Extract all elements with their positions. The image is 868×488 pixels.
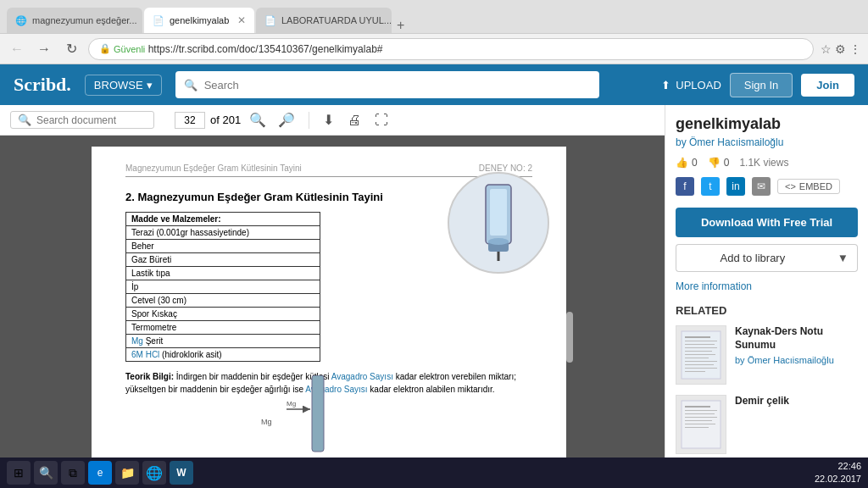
svg-text:Mg: Mg <box>287 400 296 408</box>
back-button[interactable]: ← <box>7 39 27 59</box>
twitter-share-button[interactable]: t <box>701 177 720 196</box>
related-info-2: Demir çelik <box>735 395 858 454</box>
sidebar-doc-author[interactable]: by Ömer Hacıismailoğlu <box>676 136 858 148</box>
related-section-title: RELATED <box>676 304 858 317</box>
taskbar-search-button[interactable]: 🔍 <box>34 461 58 485</box>
embed-icon: <> <box>785 181 796 191</box>
url-bar[interactable]: 🔒 Güvenli https://tr.scribd.com/doc/1354… <box>88 38 814 60</box>
related-doc-title-1[interactable]: Kaynak-Ders Notu Sunumu <box>735 325 858 352</box>
page-header: Magnezyumun Eşdeğer Gram Kütlesinin Tayi… <box>125 164 532 177</box>
main-content: 🔍 of 201 🔍 🔎 ⬇ 🖨 ⛶ Magnezyumun Eşdeğer G… <box>0 105 868 488</box>
tab-2-icon: 📄 <box>153 15 164 26</box>
related-doc-preview-1 <box>680 330 722 380</box>
related-thumb-1[interactable] <box>676 325 726 385</box>
svg-rect-16 <box>685 361 717 362</box>
upload-button[interactable]: ⬆ UPLOAD <box>661 79 721 92</box>
browse-button[interactable]: BROWSE ▾ <box>85 75 162 96</box>
add-library-row: Add to library ▼ <box>676 244 858 272</box>
header-search-input[interactable] <box>204 79 591 92</box>
like-button[interactable]: 👍 0 <box>676 157 698 169</box>
nav-action-buttons: ☆ ⚙ ⋮ <box>821 42 861 56</box>
scribd-logo[interactable]: Scribd. <box>14 74 71 96</box>
svg-rect-26 <box>685 424 715 424</box>
svg-rect-19 <box>685 371 705 372</box>
tab-2-label: genelkimyalab <box>170 15 229 25</box>
taskbar-task-view-button[interactable]: ⧉ <box>61 461 85 485</box>
embed-label: EMBED <box>799 181 832 191</box>
print-button[interactable]: 🖨 <box>344 111 364 130</box>
taskbar-chrome-button[interactable]: 🌐 <box>142 461 166 485</box>
svg-rect-5 <box>312 375 324 452</box>
mg-tube-svg: Mg <box>287 375 354 460</box>
view-count: 1.1K views <box>739 157 788 169</box>
bookmark-button[interactable]: ☆ <box>821 42 832 56</box>
fullscreen-button[interactable]: ⛶ <box>371 111 392 130</box>
signin-button[interactable]: Sign In <box>730 73 793 97</box>
embed-button[interactable]: <> EMBED <box>777 179 840 194</box>
facebook-share-button[interactable]: f <box>676 177 694 196</box>
doc-search-box[interactable]: 🔍 <box>10 111 154 129</box>
doc-page: Magnezyumun Eşdeğer Gram Kütlesinin Tayi… <box>0 136 665 488</box>
zoom-out-button[interactable]: 🔎 <box>275 110 298 130</box>
svg-rect-10 <box>685 341 717 341</box>
svg-rect-13 <box>685 351 712 352</box>
taskbar-edge-button[interactable]: e <box>88 461 112 485</box>
svg-rect-15 <box>685 358 709 358</box>
svg-rect-14 <box>685 354 715 355</box>
menu-button[interactable]: ⋮ <box>849 42 861 56</box>
browser-navbar: ← → ↻ 🔒 Güvenli https://tr.scribd.com/do… <box>0 34 868 64</box>
svg-rect-22 <box>685 410 717 411</box>
related-doc-title-2[interactable]: Demir çelik <box>735 395 858 408</box>
svg-rect-21 <box>685 406 710 408</box>
upload-label: UPLOAD <box>676 79 721 92</box>
new-tab-button[interactable]: + <box>393 18 408 33</box>
add-to-library-button[interactable]: Add to library <box>676 244 829 272</box>
material-10-hcl: 6M HCl <box>131 350 159 359</box>
taskbar-date-text: 22.02.2017 <box>815 473 861 485</box>
like-count: 0 <box>692 157 698 169</box>
svg-rect-27 <box>685 427 709 428</box>
add-library-chevron-button[interactable]: ▼ <box>829 244 858 272</box>
toolbar-separator <box>309 112 309 129</box>
page-number-input[interactable] <box>175 112 205 129</box>
svg-rect-23 <box>685 413 715 414</box>
doc-search-icon: 🔍 <box>18 114 31 126</box>
download-button[interactable]: ⬇ <box>320 110 337 130</box>
doc-search-input[interactable] <box>36 114 147 126</box>
zoom-in-button[interactable]: 🔍 <box>246 110 270 130</box>
linkedin-share-button[interactable]: in <box>726 177 745 196</box>
scrollbar-thumb[interactable] <box>566 312 573 363</box>
tab-1[interactable]: 🌐 magnezyumun eşdeğer... ✕ <box>7 8 142 33</box>
taskbar-file-explorer-button[interactable]: 📁 <box>115 461 139 485</box>
tab-3[interactable]: 📄 LABORATUARDA UYUL... ✕ <box>256 8 392 33</box>
join-button[interactable]: Join <box>801 74 854 97</box>
sidebar-doc-title: genelkimyalab <box>676 115 858 133</box>
related-item-1: Kaynak-Ders Notu Sunumu by Ömer Hacıisma… <box>676 325 858 385</box>
forward-button[interactable]: → <box>34 39 54 59</box>
taskbar-start-button[interactable]: ⊞ <box>7 461 31 485</box>
theory-title: Teorik Bilgi: <box>125 372 174 381</box>
material-6: Cetvel (30 cm) <box>126 294 320 308</box>
dislike-button[interactable]: 👎 0 <box>708 157 730 169</box>
tab-2-close[interactable]: ✕ <box>237 14 246 26</box>
reload-button[interactable]: ↻ <box>61 39 81 59</box>
material-4: Lastik tıpa <box>126 267 320 280</box>
related-doc-preview-2 <box>680 399 722 450</box>
dislike-count: 0 <box>724 157 730 169</box>
related-thumb-2[interactable] <box>676 395 726 454</box>
doc-viewer: 🔍 of 201 🔍 🔎 ⬇ 🖨 ⛶ Magnezyumun Eşdeğer G… <box>0 105 665 488</box>
header-search-box[interactable]: 🔍 <box>175 71 599 98</box>
page-content: Magnezyumun Eşdeğer Gram Kütlesinin Tayi… <box>92 147 566 477</box>
page-header-left: Magnezyumun Eşdeğer Gram Kütlesinin Tayi… <box>125 164 302 173</box>
taskbar-word-button[interactable]: W <box>170 461 193 485</box>
svg-rect-1 <box>490 189 507 236</box>
extension-button[interactable]: ⚙ <box>835 42 846 56</box>
material-3: Gaz Büreti <box>126 253 320 267</box>
tab-2[interactable]: 📄 genelkimyalab ✕ <box>144 8 254 33</box>
more-information-link[interactable]: More information <box>676 280 858 292</box>
browse-label: BROWSE <box>94 79 143 92</box>
related-doc-author-1[interactable]: by Ömer Hacıismailoğlu <box>735 355 858 365</box>
email-share-button[interactable]: ✉ <box>752 177 771 196</box>
download-with-trial-button[interactable]: Download With Free Trial <box>676 208 858 237</box>
browse-chevron-icon: ▾ <box>147 79 153 92</box>
